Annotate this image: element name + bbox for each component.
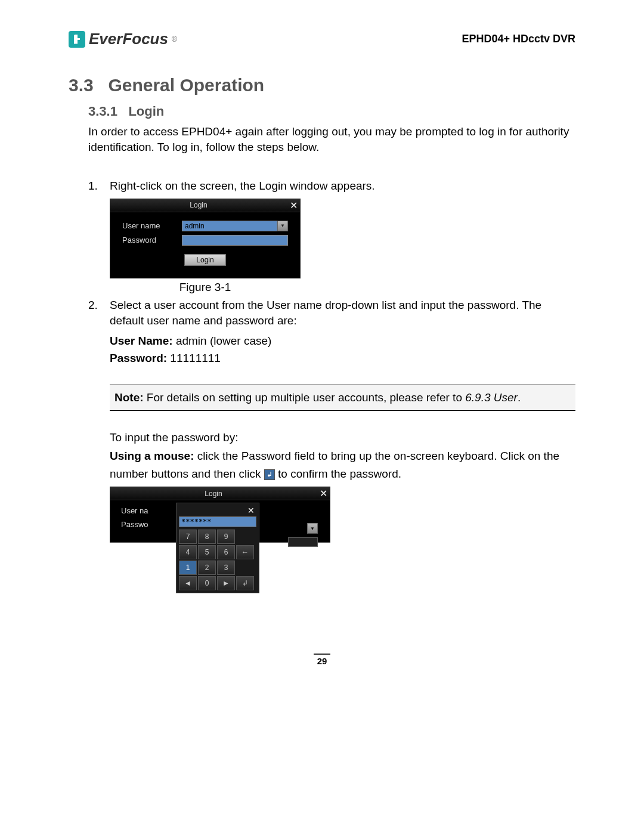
username-input[interactable]: admin: [182, 221, 277, 231]
keypad-key[interactable]: 5: [198, 545, 216, 559]
keypad-key[interactable]: ←: [236, 545, 254, 559]
login-title: Login: [110, 201, 287, 209]
intro-paragraph: In order to access EPHD04+ again after l…: [88, 124, 575, 154]
password-input[interactable]: [182, 235, 288, 246]
password-cred-value: 11111111: [167, 352, 221, 364]
keypad-key[interactable]: 8: [198, 529, 216, 544]
step-text: Right-click on the screen, the Login win…: [110, 178, 575, 194]
username-dropdown-icon[interactable]: ▼: [277, 221, 288, 231]
keypad-key[interactable]: 6: [217, 545, 235, 559]
mouse-instruction: Using a mouse: click the Password field …: [110, 447, 575, 484]
page-number: 29: [314, 654, 330, 666]
login-button[interactable]: Login: [184, 254, 226, 266]
step-number: 2.: [88, 298, 110, 328]
login-dialog-figure: Login ✕ User name admin ▼ Password Login: [110, 199, 301, 278]
note-label: Note:: [114, 391, 144, 404]
keypad-key[interactable]: ◄: [179, 576, 197, 590]
password-field-stub[interactable]: [288, 537, 318, 547]
keypad-key[interactable]: 1: [179, 561, 197, 575]
note-reference: 6.9.3 User: [465, 391, 518, 404]
step-number: 1.: [88, 178, 110, 194]
password-cred-label: Password:: [110, 352, 167, 364]
mouse-text-2: to confirm the password.: [275, 467, 401, 480]
enter-key-icon: ↲: [264, 469, 275, 480]
section-heading: 3.3 General Operation: [69, 75, 575, 95]
brand-logo: EverFocus ®: [69, 30, 177, 48]
login-titlebar: Login ✕: [110, 199, 300, 212]
onscreen-keypad: ✕ ******* 789456←123◄0►↲: [176, 503, 259, 593]
note-text: For details on setting up multiple user …: [144, 391, 466, 404]
keypad-key[interactable]: ►: [217, 576, 235, 590]
subsection-number: 3.3.1: [88, 104, 117, 119]
username-cred-label: User Name:: [110, 335, 173, 347]
page-header: EverFocus ® EPHD04+ HDcctv DVR: [69, 30, 575, 48]
keypad-key[interactable]: 0: [198, 576, 216, 590]
keypad-title: Login: [110, 490, 317, 498]
input-intro: To input the password by:: [110, 429, 575, 447]
close-icon[interactable]: ✕: [317, 488, 330, 499]
default-credentials: User Name: admin (lower case) Password: …: [110, 333, 575, 367]
note-tail: .: [518, 391, 521, 404]
password-label: Password: [122, 236, 182, 244]
keypad-key[interactable]: 2: [198, 561, 216, 575]
registered-mark: ®: [172, 35, 177, 44]
subsection-heading: 3.3.1 Login: [88, 104, 575, 119]
close-icon[interactable]: ✕: [287, 200, 300, 211]
step-2: 2. Select a user account from the User n…: [88, 298, 575, 328]
step-1: 1. Right-click on the screen, the Login …: [88, 178, 575, 194]
keypad-key[interactable]: 4: [179, 545, 197, 559]
section-number: 3.3: [69, 75, 94, 95]
keypad-display[interactable]: *******: [179, 516, 256, 527]
subsection-title: Login: [128, 104, 164, 119]
keypad-titlebar: Login ✕: [110, 487, 330, 500]
kp-password-label: Passwo: [121, 520, 169, 529]
username-cred-value: admin (lower case): [173, 335, 272, 347]
dropdown-stub-icon[interactable]: ▼: [307, 523, 318, 534]
kp-username-label: User na: [121, 506, 169, 515]
figure-3-1-caption: Figure 3-1: [110, 281, 301, 294]
keypad-key[interactable]: 9: [217, 529, 235, 544]
everfocus-logo-icon: [69, 31, 85, 48]
keypad-dialog-figure: Login ✕ User na Passwo ▼ ✕ ******* 78945…: [110, 487, 330, 543]
username-label: User name: [122, 221, 182, 230]
keypad-close-icon[interactable]: ✕: [246, 506, 256, 515]
step-text: Select a user account from the User name…: [110, 298, 575, 328]
product-title: EPHD04+ HDcctv DVR: [462, 33, 575, 45]
mouse-label: Using a mouse:: [110, 450, 194, 462]
section-title: General Operation: [108, 75, 264, 95]
brand-name: EverFocus: [89, 30, 168, 48]
keypad-key[interactable]: 7: [179, 529, 197, 544]
note-box: Note: For details on setting up multiple…: [110, 385, 575, 411]
keypad-key[interactable]: 3: [217, 561, 235, 575]
keypad-key[interactable]: ↲: [236, 576, 254, 590]
